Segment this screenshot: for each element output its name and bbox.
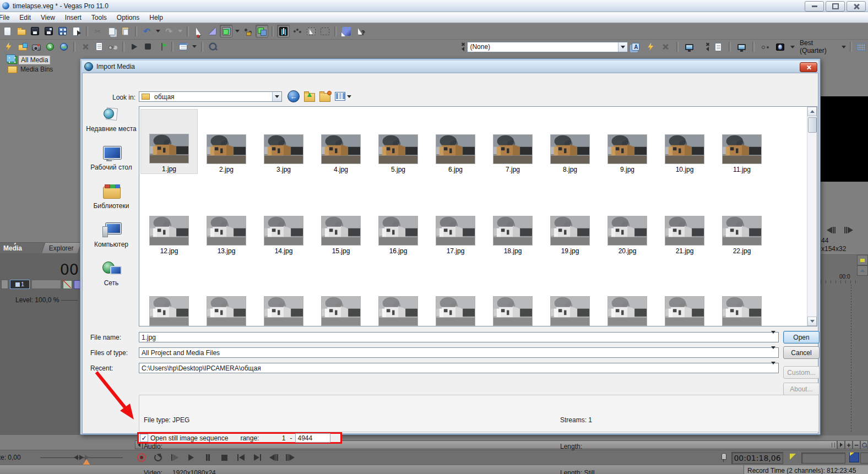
render-as-icon[interactable] bbox=[56, 25, 69, 37]
media-fx-icon[interactable] bbox=[106, 40, 119, 53]
file-item-3.jpg[interactable]: 3.jpg bbox=[255, 109, 312, 174]
video-fx-icon[interactable] bbox=[644, 41, 657, 53]
paste-icon[interactable] bbox=[119, 25, 132, 37]
up-one-level-button[interactable] bbox=[304, 93, 315, 102]
open-icon[interactable] bbox=[15, 25, 28, 37]
file-item-22.jpg[interactable]: 22.jpg bbox=[713, 203, 771, 255]
auto-preview-icon[interactable] bbox=[2, 40, 15, 53]
menu-item-file[interactable]: File bbox=[0, 13, 14, 22]
plugin-chain-icon[interactable] bbox=[630, 41, 642, 53]
file-item-21.jpg[interactable]: 21.jpg bbox=[656, 203, 713, 255]
interactive-tutorials-icon[interactable] bbox=[340, 25, 352, 37]
menu-item-tools[interactable]: Tools bbox=[86, 13, 112, 22]
track-level-slider[interactable] bbox=[61, 300, 78, 301]
undo-icon[interactable]: ↶ bbox=[140, 25, 153, 37]
video-fx-plugin-combobox[interactable]: (None) bbox=[467, 42, 627, 52]
get-media-from-web-icon[interactable] bbox=[57, 40, 70, 53]
file-item-17.jpg[interactable]: 17.jpg bbox=[427, 203, 484, 255]
region-marker-icon[interactable] bbox=[849, 453, 859, 462]
marker-tool-button[interactable] bbox=[857, 255, 868, 265]
file-item[interactable] bbox=[255, 283, 312, 326]
extract-audio-icon[interactable] bbox=[44, 40, 56, 53]
files-of-type-combobox[interactable]: All Project and Media Files bbox=[139, 347, 779, 358]
file-item[interactable] bbox=[713, 283, 771, 326]
cut-icon[interactable]: ✂ bbox=[91, 25, 104, 37]
copy-icon[interactable] bbox=[105, 25, 118, 37]
preview-next-frame-button[interactable] bbox=[843, 225, 855, 236]
lock-envelopes-icon[interactable] bbox=[242, 25, 254, 37]
auto-ripple-dropdown[interactable] bbox=[234, 25, 241, 37]
start-preview-icon[interactable] bbox=[128, 40, 140, 53]
menu-item-help[interactable]: Help bbox=[144, 13, 168, 22]
file-item-6.jpg[interactable]: 6.jpg bbox=[427, 109, 484, 174]
preview-properties-icon[interactable] bbox=[712, 41, 724, 53]
recent-arrow[interactable] bbox=[768, 364, 778, 372]
open-still-sequence-checkbox[interactable]: ✓ bbox=[140, 434, 148, 442]
track-number-badge[interactable]: 1 bbox=[10, 280, 30, 289]
place-network[interactable]: Сеть bbox=[101, 260, 121, 287]
hscroll-right-button[interactable] bbox=[837, 440, 845, 449]
grouping-dots-icon[interactable] bbox=[291, 25, 303, 37]
quality-dropdown[interactable] bbox=[789, 41, 796, 53]
preview-quality-dropdown[interactable]: Best (Quarter) bbox=[800, 39, 846, 55]
range-to-input[interactable]: 4944 bbox=[295, 433, 330, 443]
save-icon[interactable] bbox=[29, 25, 41, 37]
pin-icon[interactable] bbox=[721, 453, 726, 460]
tab-project-media[interactable]: Project Media bbox=[0, 242, 42, 254]
zoom-in-button[interactable]: + bbox=[845, 440, 853, 449]
save-as-icon[interactable] bbox=[42, 25, 55, 37]
envelope-edit-tool-icon[interactable] bbox=[206, 25, 219, 37]
restore-button[interactable] bbox=[826, 1, 845, 12]
time-field-2[interactable] bbox=[860, 453, 868, 464]
file-item[interactable] bbox=[484, 283, 541, 326]
file-item-15.jpg[interactable]: 15.jpg bbox=[312, 203, 370, 255]
redo-icon[interactable]: ↷ bbox=[162, 25, 175, 37]
file-item[interactable] bbox=[312, 283, 370, 326]
new-folder-button[interactable] bbox=[319, 93, 330, 102]
selection-edit-tool-icon[interactable] bbox=[305, 25, 317, 37]
dialog-title-bar[interactable]: Import Media bbox=[82, 61, 818, 73]
file-item-4.jpg[interactable]: 4.jpg bbox=[312, 109, 370, 174]
grid-overlay-icon[interactable] bbox=[856, 41, 868, 53]
minimize-button[interactable] bbox=[805, 1, 824, 12]
previous-frame-button[interactable] bbox=[268, 452, 280, 463]
back-button[interactable]: ← bbox=[287, 90, 300, 102]
file-item-5.jpg[interactable]: 5.jpg bbox=[370, 109, 427, 174]
file-item-8.jpg[interactable]: 8.jpg bbox=[541, 109, 599, 174]
stop-preview-icon[interactable] bbox=[142, 40, 154, 53]
file-item[interactable] bbox=[541, 283, 599, 326]
remove-fx-icon[interactable] bbox=[659, 41, 672, 53]
file-item[interactable] bbox=[599, 283, 656, 326]
place-recent-places[interactable]: Недавние места bbox=[86, 106, 136, 133]
open-in-trimmer-icon[interactable] bbox=[70, 25, 83, 37]
go-to-start-button[interactable] bbox=[235, 452, 247, 463]
file-name-arrow[interactable] bbox=[768, 334, 778, 341]
file-item-1.jpg[interactable]: 1.jpg bbox=[140, 109, 198, 174]
scroll-up-button[interactable] bbox=[857, 265, 868, 276]
file-item-9.jpg[interactable]: 9.jpg bbox=[599, 109, 656, 174]
next-frame-button[interactable] bbox=[284, 452, 296, 463]
undo-dropdown[interactable] bbox=[154, 25, 161, 37]
file-item-14.jpg[interactable]: 14.jpg bbox=[255, 203, 312, 255]
zoom-edit-tool-icon[interactable] bbox=[318, 25, 331, 37]
ignore-grouping-icon[interactable] bbox=[256, 25, 268, 37]
snapping-icon[interactable] bbox=[277, 25, 290, 37]
close-button[interactable] bbox=[847, 1, 866, 12]
list-scroll-thumb[interactable] bbox=[808, 117, 817, 133]
list-scroll-down-button[interactable] bbox=[807, 317, 817, 326]
dialog-close-button[interactable] bbox=[800, 62, 817, 72]
go-to-end-button[interactable] bbox=[251, 452, 263, 463]
track-minimize-button[interactable] bbox=[1, 280, 8, 289]
list-scroll-up-button[interactable] bbox=[807, 107, 817, 116]
tree-item-media-bins[interactable]: Media Bins bbox=[0, 65, 80, 74]
tree-item-all-media[interactable]: All Media bbox=[0, 55, 80, 65]
look-in-combobox[interactable]: общая bbox=[139, 91, 282, 102]
file-item-16.jpg[interactable]: 16.jpg bbox=[370, 203, 427, 255]
normal-edit-tool-icon[interactable] bbox=[192, 25, 205, 37]
file-item-19.jpg[interactable]: 19.jpg bbox=[541, 203, 599, 255]
file-name-combobox[interactable]: 1.jpg bbox=[139, 332, 779, 342]
video-output-icon[interactable] bbox=[683, 41, 696, 53]
pane-splitter-2[interactable] bbox=[705, 42, 710, 52]
search-media-icon[interactable] bbox=[207, 40, 219, 53]
recent-combobox[interactable]: C:\Users\hp\Desktop\IPCAMERA\общая bbox=[139, 363, 779, 373]
